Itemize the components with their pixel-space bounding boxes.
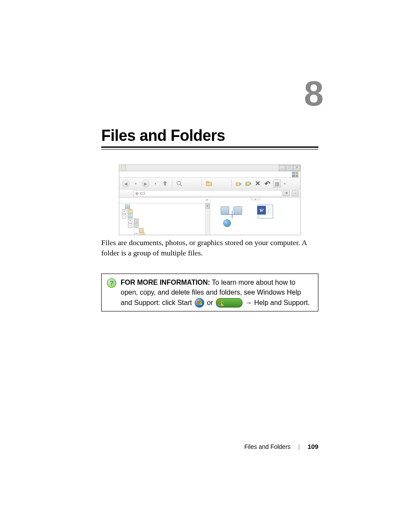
go-button[interactable]: → — [292, 190, 299, 196]
copy-to-icon[interactable] — [245, 180, 252, 187]
views-icon[interactable]: ▦ — [273, 180, 281, 187]
back-dropdown-icon[interactable]: ▾ — [132, 180, 139, 187]
tree-item-folder[interactable] — [120, 228, 210, 233]
app-icon — [121, 165, 126, 171]
titlebar: _ □ X — [119, 165, 300, 171]
forward-dropdown-icon[interactable]: ▾ — [152, 180, 159, 187]
chapter-title: Files and Folders — [101, 127, 318, 145]
page-footer: Files and Folders | 109 — [244, 443, 318, 450]
close-button[interactable]: X — [293, 165, 300, 171]
minus-icon[interactable]: − — [122, 214, 126, 218]
tree-item-drive[interactable]: − — [120, 223, 210, 228]
tree-close-button[interactable]: × — [119, 198, 210, 203]
plus-icon[interactable]: + — [128, 219, 132, 223]
svg-rect-6 — [246, 182, 250, 185]
maximize-button[interactable]: □ — [286, 165, 293, 171]
title-rule — [101, 146, 318, 149]
tree-item-drive[interactable]: + — [120, 218, 210, 223]
folders-icon[interactable] — [206, 180, 212, 187]
folder-icon — [140, 233, 145, 235]
menubar — [119, 171, 300, 178]
up-icon[interactable] — [162, 180, 168, 187]
minus-icon[interactable]: − — [128, 224, 132, 228]
address-path: C:\ — [140, 191, 145, 196]
svg-point-0 — [177, 181, 181, 185]
collapse-tab[interactable]: ▴ — [251, 198, 260, 200]
tree-item-folder[interactable]: + — [120, 233, 210, 235]
toolbar-separator — [202, 180, 202, 187]
windows-logo-icon — [292, 171, 299, 177]
back-icon[interactable]: ◄ — [122, 180, 130, 187]
tree-item-my-computer[interactable]: − — [120, 214, 210, 218]
content-panel: ▴ W — [210, 198, 300, 235]
plus-icon[interactable]: + — [134, 233, 138, 235]
forward-icon[interactable]: ► — [142, 180, 149, 187]
page-number: 109 — [308, 443, 318, 450]
footer-separator: | — [298, 443, 300, 450]
info-arrow: → — [243, 299, 254, 306]
address-dropdown-button[interactable]: ▾ — [283, 190, 290, 196]
scroll-up-button[interactable]: ▴ — [206, 203, 210, 209]
drive-icon: ⊜ — [135, 191, 139, 196]
toolbar-separator — [231, 180, 232, 187]
plus-icon[interactable]: + — [122, 209, 126, 214]
word-document-icon[interactable]: W — [258, 205, 273, 218]
tree-item-my-documents[interactable]: + — [120, 209, 210, 214]
address-input[interactable]: ⊜ C:\ — [133, 190, 282, 196]
information-box: ? FOR MORE INFORMATION: To learn more ab… — [101, 274, 318, 311]
info-or: or — [205, 299, 215, 306]
svg-line-1 — [180, 184, 182, 186]
info-text: FOR MORE INFORMATION: To learn more abou… — [121, 277, 313, 308]
toolbar-separator — [172, 180, 172, 187]
tree-scrollbar[interactable]: ▴ — [205, 203, 210, 235]
minimize-button[interactable]: _ — [279, 165, 286, 171]
search-icon[interactable] — [176, 180, 183, 187]
folder-icon — [128, 209, 133, 214]
tree-item-desktop[interactable] — [120, 204, 210, 209]
drive-icon — [134, 218, 139, 223]
undo-icon[interactable]: ↶ — [264, 180, 271, 187]
addressbar: ⊜ C:\ ▾ → — [119, 190, 300, 198]
explorer-screenshot: _ □ X ◄ ▾ ► ▾ — [119, 165, 301, 235]
tree-items: + − + − + — [119, 203, 210, 235]
explorer-body: × ▴ + − + − + ▴ — [119, 198, 300, 235]
globe-icon — [223, 219, 231, 227]
body-paragraph: Files are documents, photos, or graphics… — [101, 238, 318, 258]
help-icon: ? — [107, 278, 116, 288]
xp-start-button-icon — [216, 298, 243, 308]
footer-section: Files and Folders — [244, 443, 290, 450]
vista-start-orb-icon — [195, 298, 204, 308]
network-places-icon[interactable] — [218, 205, 249, 226]
delete-icon[interactable]: ✕ — [254, 180, 261, 187]
info-label: FOR MORE INFORMATION: — [121, 279, 210, 286]
folder-icon — [139, 228, 144, 233]
desktop-icon — [125, 204, 130, 209]
word-badge-icon: W — [257, 206, 266, 215]
views-dropdown-icon[interactable]: ▾ — [283, 180, 286, 187]
move-to-icon[interactable] — [235, 180, 242, 187]
chapter-number: 8 — [101, 73, 321, 114]
folders-tree-panel: × ▴ + − + − + — [119, 198, 210, 235]
svg-rect-4 — [236, 183, 240, 186]
svg-rect-3 — [206, 181, 209, 183]
toolbar: ◄ ▾ ► ▾ ✕ ↶ ▦ — [119, 178, 300, 190]
computer-icon — [128, 214, 133, 218]
info-help-support: Help and Support. — [254, 299, 310, 306]
drive-icon — [134, 223, 139, 228]
